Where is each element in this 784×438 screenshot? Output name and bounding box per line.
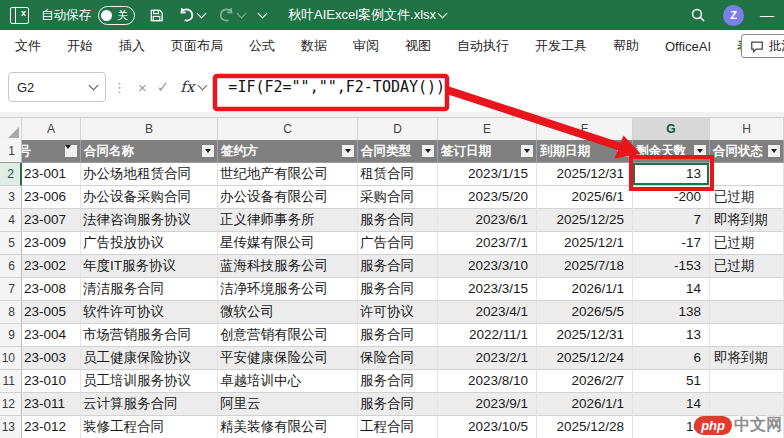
- cell-days[interactable]: -17: [633, 232, 710, 255]
- cell-name[interactable]: 广告投放协议: [81, 232, 218, 255]
- column-letter-E[interactable]: E: [438, 118, 537, 142]
- autosave-toggle[interactable]: 关: [98, 6, 135, 25]
- cell-party[interactable]: 平安健康保险公司: [218, 347, 358, 370]
- cell-type[interactable]: 服务合同: [358, 324, 438, 347]
- comments-button[interactable]: 批注: [741, 34, 784, 58]
- cell-status[interactable]: [710, 301, 784, 324]
- cell-id[interactable]: 23-010: [22, 370, 81, 393]
- column-letter-H[interactable]: H: [710, 118, 784, 142]
- row-number-7[interactable]: 7: [0, 278, 22, 301]
- cell-id[interactable]: 23-012: [22, 416, 81, 438]
- filter-button[interactable]: [616, 144, 630, 158]
- cell-status[interactable]: 即将到期: [710, 347, 784, 370]
- column-letter-G[interactable]: G: [633, 118, 710, 142]
- column-letter-A[interactable]: A: [22, 118, 81, 142]
- filter-button[interactable]: [421, 144, 435, 158]
- cell-end[interactable]: 2026/1/1: [537, 278, 633, 301]
- cell-party[interactable]: 创意营销有限公司: [218, 324, 358, 347]
- ribbon-tab-3[interactable]: 插入: [106, 37, 158, 55]
- row-number-4[interactable]: 4: [0, 209, 22, 232]
- ribbon-tab-12[interactable]: OfficeAI: [652, 39, 724, 54]
- header-cell-7[interactable]: 剩余天数: [633, 140, 710, 163]
- header-cell-2[interactable]: 合同名称: [81, 140, 218, 163]
- cell-party[interactable]: 微软公司: [218, 301, 358, 324]
- quick-access-chevron-icon[interactable]: [258, 9, 268, 19]
- cell-start[interactable]: 2022/11/1: [438, 324, 537, 347]
- cell-status[interactable]: [710, 163, 784, 186]
- fx-chevron-icon[interactable]: [198, 81, 208, 91]
- cell-party[interactable]: 蓝海科技服务公司: [218, 255, 358, 278]
- cell-end[interactable]: 2026/1/1: [537, 393, 633, 416]
- cell-type[interactable]: 服务合同: [358, 393, 438, 416]
- cell-name[interactable]: 法律咨询服务协议: [81, 209, 218, 232]
- cell-start[interactable]: 2023/1/15: [438, 163, 537, 186]
- cell-end[interactable]: 2025/6/1: [537, 186, 633, 209]
- cell-end[interactable]: 2025/12/31: [537, 324, 633, 347]
- cell-id[interactable]: 23-001: [22, 163, 81, 186]
- cell-start[interactable]: 2023/3/15: [438, 278, 537, 301]
- row-number-2[interactable]: 2: [0, 163, 22, 186]
- drag-handle-icon[interactable]: ⋮: [113, 80, 126, 95]
- row-number-12[interactable]: 12: [0, 393, 22, 416]
- cell-type[interactable]: 工程合同: [358, 416, 438, 438]
- cell-start[interactable]: 2023/3/10: [438, 255, 537, 278]
- cell-party[interactable]: 星传媒有限公司: [218, 232, 358, 255]
- cell-type[interactable]: 采购合同: [358, 186, 438, 209]
- filter-button[interactable]: [693, 144, 707, 158]
- ribbon-tab-1[interactable]: 文件: [0, 37, 54, 55]
- cell-start[interactable]: 2023/8/10: [438, 370, 537, 393]
- minimize-button[interactable]: —: [760, 7, 774, 23]
- ribbon-tab-11[interactable]: 帮助: [600, 37, 652, 55]
- confirm-entry-button[interactable]: ✓: [157, 78, 170, 96]
- cell-id[interactable]: 23-002: [22, 255, 81, 278]
- column-letter-B[interactable]: B: [81, 118, 218, 142]
- row-number-13[interactable]: 13: [0, 416, 22, 438]
- column-letter-D[interactable]: D: [358, 118, 438, 142]
- row-number-6[interactable]: 6: [0, 255, 22, 278]
- cell-end[interactable]: 2025/7/18: [537, 255, 633, 278]
- cell-days[interactable]: 14: [633, 393, 710, 416]
- cell-id[interactable]: 23-009: [22, 232, 81, 255]
- redo-dropdown-chevron-icon[interactable]: [237, 9, 247, 19]
- cell-party[interactable]: 阿里云: [218, 393, 358, 416]
- cell-end[interactable]: 2026/2/7: [537, 370, 633, 393]
- cell-id[interactable]: 23-004: [22, 324, 81, 347]
- cell-party[interactable]: 精美装修有限公司: [218, 416, 358, 438]
- column-letter-C[interactable]: C: [218, 118, 358, 142]
- cell-name[interactable]: 员工培训服务协议: [81, 370, 218, 393]
- ribbon-tab-6[interactable]: 数据: [288, 37, 340, 55]
- cell-days[interactable]: 6: [633, 347, 710, 370]
- document-title[interactable]: 秋叶AIExcel案例文件.xlsx: [288, 6, 446, 24]
- cell-id[interactable]: 23-006: [22, 186, 81, 209]
- cell-days[interactable]: 138: [633, 301, 710, 324]
- cell-name[interactable]: 办公设备采购合同: [81, 186, 218, 209]
- cell-days[interactable]: 13: [633, 163, 710, 186]
- search-button[interactable]: [689, 6, 707, 24]
- insert-function-button[interactable]: fx: [180, 78, 194, 96]
- header-cell-5[interactable]: 签订日期: [438, 140, 537, 163]
- cell-status[interactable]: [710, 324, 784, 347]
- cell-id[interactable]: 23-011: [22, 393, 81, 416]
- header-cell-3[interactable]: 签约方: [218, 140, 358, 163]
- formula-input[interactable]: =IF(F2="","",F2-TODAY()): [228, 78, 445, 96]
- cell-end[interactable]: 2026/5/5: [537, 301, 633, 324]
- row-number-5[interactable]: 5: [0, 232, 22, 255]
- undo-dropdown-chevron-icon[interactable]: [197, 9, 207, 19]
- ribbon-tab-8[interactable]: 视图: [392, 37, 444, 55]
- row-number-9[interactable]: 9: [0, 324, 22, 347]
- ribbon-tab-4[interactable]: 页面布局: [158, 37, 236, 55]
- cell-type[interactable]: 许可协议: [358, 301, 438, 324]
- cell-status[interactable]: 已过期: [710, 186, 784, 209]
- row-number-8[interactable]: 8: [0, 301, 22, 324]
- row-number-10[interactable]: 10: [0, 347, 22, 370]
- ribbon-tab-9[interactable]: 自动执行: [444, 37, 522, 55]
- ribbon-tab-5[interactable]: 公式: [236, 37, 288, 55]
- cell-party[interactable]: 世纪地产有限公司: [218, 163, 358, 186]
- cell-status[interactable]: [710, 370, 784, 393]
- cell-days[interactable]: 7: [633, 209, 710, 232]
- cell-status[interactable]: 即将到期: [710, 209, 784, 232]
- cell-party[interactable]: 正义律师事务所: [218, 209, 358, 232]
- cell-end[interactable]: 2025/12/24: [537, 347, 633, 370]
- header-cell-6[interactable]: 到期日期: [537, 140, 633, 163]
- cell-id[interactable]: 23-005: [22, 301, 81, 324]
